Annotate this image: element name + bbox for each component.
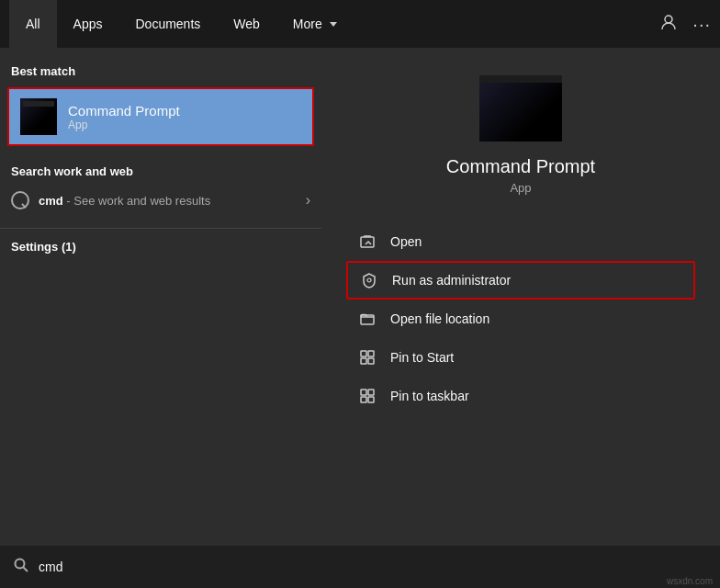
action-pin-taskbar[interactable]: Pin to taskbar bbox=[346, 377, 695, 415]
svg-rect-7 bbox=[368, 358, 374, 364]
best-match-label: Best match bbox=[0, 59, 321, 84]
right-panel: Command Prompt App Open bbox=[321, 48, 720, 546]
top-navigation: All Apps Documents Web More ··· bbox=[0, 0, 720, 48]
arrow-right-icon: › bbox=[306, 192, 310, 209]
action-run-admin-label: Run as administrator bbox=[392, 273, 511, 288]
svg-point-12 bbox=[16, 560, 25, 569]
pin-taskbar-icon bbox=[357, 386, 377, 406]
more-dropdown-icon bbox=[330, 22, 337, 27]
left-panel: Best match Command Prompt App Search wor… bbox=[0, 48, 321, 546]
search-web-item[interactable]: cmd - See work and web results › bbox=[0, 184, 321, 217]
best-match-app-type: App bbox=[68, 119, 180, 131]
bottom-search-bar: wsxdn.com bbox=[0, 546, 720, 588]
search-circle-icon bbox=[11, 191, 29, 209]
svg-line-13 bbox=[24, 568, 28, 572]
ellipsis-icon[interactable]: ··· bbox=[692, 14, 711, 35]
svg-rect-5 bbox=[368, 351, 374, 356]
action-open[interactable]: Open bbox=[346, 222, 695, 261]
tab-all-label: All bbox=[26, 17, 40, 31]
app-preview: Command Prompt App bbox=[446, 75, 595, 195]
action-run-admin[interactable]: Run as administrator bbox=[346, 261, 695, 300]
app-preview-name: Command Prompt bbox=[446, 156, 595, 177]
svg-rect-8 bbox=[361, 390, 366, 395]
search-web-label: Search work and web bbox=[0, 159, 321, 184]
cmd-app-icon bbox=[20, 98, 57, 135]
nav-right-icons: ··· bbox=[659, 13, 711, 36]
tab-apps[interactable]: Apps bbox=[57, 0, 119, 48]
settings-label: Settings (1) bbox=[0, 234, 321, 259]
app-large-icon bbox=[479, 75, 562, 141]
bottom-search-icon bbox=[13, 557, 29, 577]
tab-web-label: Web bbox=[233, 17, 260, 31]
tab-more-label: More bbox=[293, 17, 322, 31]
search-input[interactable] bbox=[39, 560, 707, 574]
action-pin-start[interactable]: Pin to Start bbox=[346, 338, 695, 377]
svg-rect-4 bbox=[361, 351, 366, 356]
best-match-text: Command Prompt App bbox=[68, 103, 180, 131]
best-match-item[interactable]: Command Prompt App bbox=[7, 87, 314, 146]
action-open-label: Open bbox=[390, 234, 422, 249]
action-open-file-location[interactable]: Open file location bbox=[346, 300, 695, 338]
person-icon[interactable] bbox=[659, 13, 678, 36]
app-preview-type: App bbox=[510, 181, 531, 195]
best-match-app-name: Command Prompt bbox=[68, 103, 180, 119]
svg-rect-10 bbox=[361, 397, 366, 402]
action-list: Open Run as administrator bbox=[346, 222, 695, 415]
svg-point-0 bbox=[665, 16, 672, 23]
tab-more[interactable]: More bbox=[276, 0, 354, 48]
folder-icon bbox=[357, 309, 377, 329]
settings-section: Settings (1) bbox=[0, 231, 321, 263]
svg-rect-9 bbox=[368, 390, 374, 395]
search-query: cmd bbox=[39, 194, 63, 208]
main-content: Best match Command Prompt App Search wor… bbox=[0, 48, 720, 546]
svg-rect-11 bbox=[368, 397, 374, 402]
svg-point-2 bbox=[367, 278, 371, 282]
svg-rect-6 bbox=[361, 358, 366, 364]
tab-documents-label: Documents bbox=[135, 17, 200, 31]
action-open-file-location-label: Open file location bbox=[390, 311, 489, 326]
search-web-section: Search work and web cmd - See work and w… bbox=[0, 150, 321, 226]
open-icon bbox=[357, 232, 377, 252]
action-pin-taskbar-label: Pin to taskbar bbox=[390, 389, 469, 403]
search-web-text: cmd - See work and web results bbox=[39, 194, 297, 208]
shield-icon bbox=[359, 270, 379, 290]
action-pin-start-label: Pin to Start bbox=[390, 350, 454, 365]
tab-documents[interactable]: Documents bbox=[118, 0, 217, 48]
tab-web[interactable]: Web bbox=[217, 0, 276, 48]
pin-start-icon bbox=[357, 347, 377, 368]
search-hint: - See work and web results bbox=[63, 194, 210, 208]
divider bbox=[0, 228, 321, 229]
tab-all[interactable]: All bbox=[9, 0, 57, 48]
watermark: wsxdn.com bbox=[667, 576, 713, 586]
tab-apps-label: Apps bbox=[73, 17, 103, 31]
